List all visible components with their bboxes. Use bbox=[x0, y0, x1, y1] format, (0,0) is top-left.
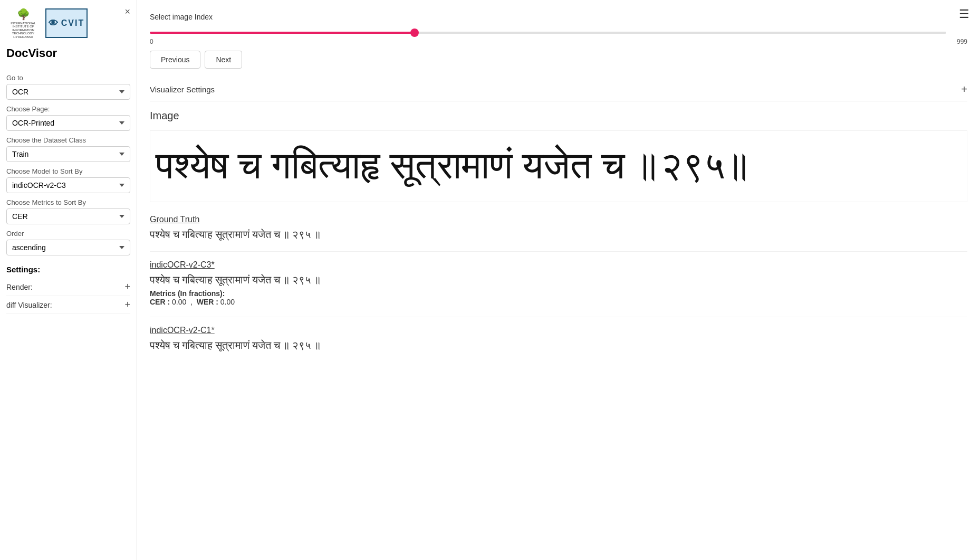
goto-select[interactable]: OCR Layout Segmentation bbox=[6, 84, 130, 100]
navigation-buttons: Previous Next bbox=[150, 51, 967, 69]
slider-min-label: 0 bbox=[150, 38, 153, 45]
ground-truth-title: Ground Truth bbox=[150, 215, 967, 224]
diff-expand-button[interactable]: + bbox=[124, 299, 130, 310]
model2-result-text: पश्येष च गबित्याह सूत्रामाणं यजेत च ॥ २९… bbox=[150, 339, 967, 352]
image-section-title: Image bbox=[150, 110, 967, 122]
next-button[interactable]: Next bbox=[205, 51, 242, 69]
model1-cer-label: CER : bbox=[150, 298, 170, 306]
divider-1 bbox=[150, 251, 967, 252]
model1-result-section: indicOCR-v2-C3* पश्येष च गबित्याह सूत्रा… bbox=[150, 260, 967, 306]
ocr-image-text: पश्येष च गबित्याहृ सूत्रामाणं यजेत च ॥२९… bbox=[156, 141, 962, 191]
image-index-slider[interactable] bbox=[150, 32, 946, 34]
logos-container: 🌳 INTERNATIONAL INSTITUTE OF INFORMATION… bbox=[6, 8, 130, 38]
model1-title: indicOCR-v2-C3* bbox=[150, 260, 967, 270]
render-setting-row: Render: + bbox=[6, 278, 130, 296]
close-button[interactable]: × bbox=[124, 6, 130, 17]
model1-wer-label: WER : bbox=[197, 298, 218, 306]
visualizer-settings-header[interactable]: Visualizer Settings + bbox=[150, 78, 967, 101]
dataset-label: Choose the Dataset Class bbox=[6, 136, 130, 144]
cvit-logo: 👁 CVIT bbox=[45, 8, 88, 38]
image-display: पश्येष च गबित्याहृ सूत्रामाणं यजेत च ॥२९… bbox=[150, 130, 967, 202]
model1-cer-value: 0.00 bbox=[172, 298, 186, 306]
settings-title: Settings: bbox=[6, 265, 130, 274]
hamburger-menu-icon[interactable]: ☰ bbox=[959, 7, 969, 21]
model1-result-text: पश्येष च गबित्याह सूत्रामाणं यजेत च ॥ २९… bbox=[150, 274, 967, 286]
page-select[interactable]: OCR-Printed OCR-Handwritten bbox=[6, 115, 130, 131]
order-select[interactable]: ascending descending bbox=[6, 240, 130, 255]
metrics-sort-select[interactable]: CER WER bbox=[6, 208, 130, 224]
page-label: Choose Page: bbox=[6, 105, 130, 113]
visualizer-settings-label: Visualizer Settings bbox=[150, 85, 215, 94]
model-sort-select[interactable]: indicOCR-v2-C3 indicOCR-v2-C1 indicOCR-v… bbox=[6, 177, 130, 193]
eye-icon: 👁 bbox=[49, 18, 59, 29]
slider-range: 0 999 bbox=[150, 38, 967, 45]
app-title: DocVisor bbox=[6, 46, 130, 60]
diff-label: diff Visualizer: bbox=[6, 301, 52, 309]
visualizer-expand-icon: + bbox=[961, 83, 967, 96]
model2-result-section: indicOCR-v2-C1* पश्येष च गबित्याह सूत्रा… bbox=[150, 326, 967, 352]
slider-max-label: 999 bbox=[957, 38, 967, 45]
previous-button[interactable]: Previous bbox=[150, 51, 200, 69]
model2-title: indicOCR-v2-C1* bbox=[150, 326, 967, 335]
model1-metrics-header: Metrics (In fractions): bbox=[150, 289, 225, 298]
diff-setting-row: diff Visualizer: + bbox=[6, 296, 130, 314]
order-label: Order bbox=[6, 230, 130, 238]
ground-truth-section: Ground Truth पश्येष च गबित्याह सूत्रामाण… bbox=[150, 215, 967, 241]
render-label: Render: bbox=[6, 283, 33, 291]
iiit-logo-text: INTERNATIONAL INSTITUTE OF INFORMATION T… bbox=[6, 22, 40, 39]
render-expand-button[interactable]: + bbox=[124, 281, 130, 292]
model1-wer-value: 0.00 bbox=[220, 298, 235, 306]
model-sort-label: Choose Model to Sort By bbox=[6, 167, 130, 175]
iiit-logo: 🌳 INTERNATIONAL INSTITUTE OF INFORMATION… bbox=[6, 8, 40, 38]
goto-label: Go to bbox=[6, 74, 130, 82]
metrics-sort-label: Choose Metrics to Sort By bbox=[6, 198, 130, 206]
slider-label: Select image Index bbox=[150, 13, 967, 21]
cvit-logo-text: CVIT bbox=[61, 18, 84, 28]
settings-section: Settings: Render: + diff Visualizer: + bbox=[6, 265, 130, 314]
sidebar: × 🌳 INTERNATIONAL INSTITUTE OF INFORMATI… bbox=[0, 0, 137, 560]
dataset-select[interactable]: Train Test Validation bbox=[6, 146, 130, 162]
tree-icon: 🌳 bbox=[17, 8, 30, 21]
model1-metrics: Metrics (In fractions): CER : 0.00 , WER… bbox=[150, 289, 967, 306]
ground-truth-text: पश्येष च गबित्याह सूत्रामाणं यजेत च ॥ २९… bbox=[150, 229, 967, 241]
divider-2 bbox=[150, 317, 967, 317]
main-content: ☰ Select image Index 0 999 Previous Next… bbox=[137, 0, 980, 560]
